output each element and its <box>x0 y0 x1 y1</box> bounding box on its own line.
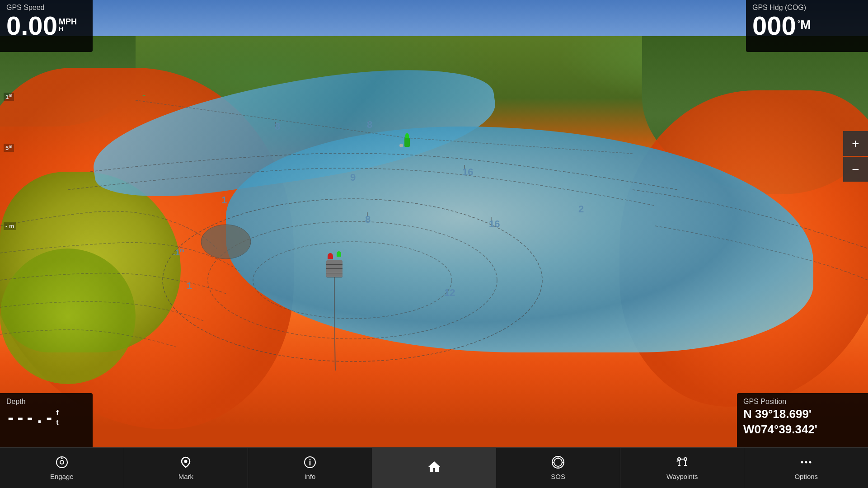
zoom-in-button[interactable]: + <box>843 131 868 156</box>
zoom-controls: + − <box>843 131 868 182</box>
gps-heading-unit: °M <box>798 17 811 33</box>
svg-point-34 <box>801 461 803 464</box>
svg-point-0 <box>163 199 542 361</box>
svg-point-27 <box>684 458 687 460</box>
depth-label-1b: 1 <box>187 280 192 292</box>
svg-point-2 <box>253 242 452 319</box>
depth-label-16b: 16 <box>489 218 500 230</box>
gps-speed-value: 0.00 <box>6 13 57 39</box>
gps-heading-value-container: 000 °M <box>752 13 862 39</box>
home-icon <box>427 460 441 475</box>
contour-lines-svg <box>0 0 868 447</box>
svg-point-15 <box>184 460 188 463</box>
waypoints-label: Waypoints <box>666 473 698 480</box>
depth-panel: Depth ---.- f t <box>0 393 93 447</box>
nav-item-options[interactable]: Options <box>744 448 868 488</box>
svg-marker-19 <box>428 461 440 472</box>
engage-icon <box>55 455 69 471</box>
gps-position-title: GPS Position <box>743 398 862 406</box>
gps-heading-panel: GPS Hdg (COG) 000 °M <box>746 0 868 52</box>
zoom-out-button[interactable]: − <box>843 157 868 182</box>
depth-unit: f t <box>56 408 58 427</box>
depth-label-9: 9 <box>350 172 356 183</box>
bottom-nav-bar: Engage Mark Info <box>0 447 868 488</box>
info-label: Info <box>304 473 315 480</box>
options-label: Options <box>794 473 818 480</box>
scale-marker-5m: 5m <box>4 144 14 152</box>
vessel-icon <box>325 253 343 280</box>
gps-heading-value: 000 <box>752 13 796 39</box>
svg-point-12 <box>60 460 64 464</box>
depth-label-8c: 8 <box>365 214 371 225</box>
depth-label-01: .1m <box>173 248 184 258</box>
mark-icon <box>179 455 192 471</box>
svg-line-3 <box>136 100 407 138</box>
svg-line-4 <box>407 138 633 154</box>
gps-speed-unit: MPH H <box>59 17 77 33</box>
engage-label: Engage <box>50 473 74 480</box>
gps-position-panel: GPS Position N 39°18.699' W074°39.342' <box>737 393 868 447</box>
map-container[interactable]: 1 9 8 8 16 8 2 16 12 1 .1m 1m 5m - m + <box>0 0 868 447</box>
info-icon <box>303 455 317 471</box>
gps-speed-value-container: 0.00 MPH H <box>6 13 86 39</box>
depth-label-2: 2 <box>578 203 584 215</box>
waypoint-marker-upper: + <box>142 93 145 99</box>
depth-value: ---.- <box>6 409 54 427</box>
svg-point-18 <box>309 459 310 460</box>
svg-point-36 <box>809 461 812 464</box>
depth-label-16a: 16 <box>462 166 473 178</box>
svg-point-1 <box>208 221 497 339</box>
gps-speed-panel: GPS Speed 0.00 MPH H <box>0 0 93 52</box>
options-icon <box>799 455 813 471</box>
mark-label: Mark <box>178 473 193 480</box>
svg-point-35 <box>805 461 807 464</box>
nav-item-info[interactable]: Info <box>248 448 372 488</box>
green-buoy-marker <box>404 133 411 149</box>
nav-item-sos[interactable]: SOS <box>496 448 620 488</box>
depth-label-8b: 8 <box>367 119 372 131</box>
waypoints-icon <box>676 455 689 471</box>
nav-item-waypoints[interactable]: Waypoints <box>620 448 745 488</box>
depth-label-12: 12 <box>444 287 455 299</box>
scale-marker-1m: 1m <box>4 93 14 101</box>
depth-value-display: ---.- f t <box>6 408 86 427</box>
sos-icon <box>551 455 565 471</box>
gps-position-lon: W074°39.342' <box>743 422 862 437</box>
scale-marker-dash: - m <box>4 222 16 230</box>
sos-label: SOS <box>551 473 565 480</box>
nav-item-engage[interactable]: Engage <box>0 448 124 488</box>
buoy-connector <box>399 144 403 147</box>
depth-label-1a: 1 <box>221 194 227 206</box>
nav-item-mark[interactable]: Mark <box>124 448 249 488</box>
svg-point-21 <box>554 458 562 466</box>
depth-label-8a: 8 <box>275 121 280 132</box>
depth-title: Depth <box>6 398 86 406</box>
gps-position-lat: N 39°18.699' <box>743 407 862 422</box>
svg-point-5 <box>201 225 251 259</box>
nav-item-home[interactable] <box>372 448 497 488</box>
